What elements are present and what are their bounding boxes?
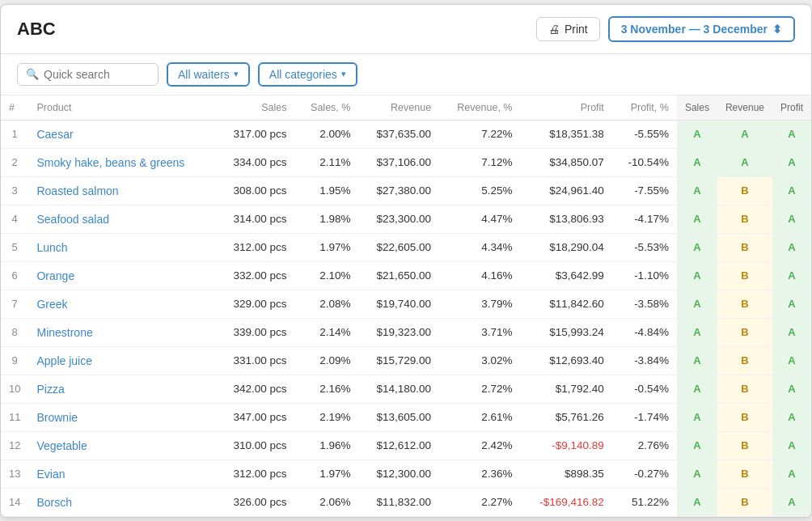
cell-grade-profit: A xyxy=(772,148,811,176)
cell-revenue: $12,300.00 xyxy=(358,460,439,488)
cell-revenue: $13,605.00 xyxy=(358,403,439,431)
cell-product[interactable]: Lunch xyxy=(28,233,215,261)
table-row: 6 Orange 332.00 pcs 2.10% $21,650.00 4.1… xyxy=(1,261,811,290)
cell-revenue: $23,300.00 xyxy=(358,205,439,233)
cell-sales: 342.00 pcs xyxy=(215,375,294,403)
cell-product[interactable]: Greek xyxy=(28,290,215,318)
cell-grade-revenue: A xyxy=(717,148,772,176)
cell-grade-sales: A xyxy=(677,375,717,403)
cell-sales-pct: 2.11% xyxy=(294,148,358,176)
cell-product[interactable]: Roasted salmon xyxy=(28,176,215,205)
cell-grade-profit: A xyxy=(772,318,811,346)
search-input[interactable] xyxy=(44,68,150,81)
cell-product[interactable]: Brownie xyxy=(28,403,215,431)
cell-profit-pct: -0.54% xyxy=(612,375,677,403)
cell-sales: 332.00 pcs xyxy=(215,261,294,290)
cell-sales: 312.00 pcs xyxy=(215,460,294,488)
cell-grade-revenue: B xyxy=(717,375,772,403)
cell-revenue: $11,832.00 xyxy=(358,488,439,516)
cell-product[interactable]: Smoky hake, beans & greens xyxy=(28,148,215,176)
cell-revenue: $22,605.00 xyxy=(358,233,439,261)
print-button[interactable]: 🖨 Print xyxy=(536,17,600,41)
col-grade-sales: Sales xyxy=(677,95,717,121)
cell-grade-sales: A xyxy=(677,233,717,261)
col-sales-pct: Sales, % xyxy=(294,95,358,121)
cell-profit-pct: -4.17% xyxy=(612,205,677,233)
cell-sales-pct: 1.95% xyxy=(294,176,358,205)
cell-profit: $3,642.99 xyxy=(520,261,611,290)
col-grade-revenue: Revenue xyxy=(717,95,772,121)
cell-num: 1 xyxy=(1,120,28,148)
cell-product[interactable]: Vegetable xyxy=(28,431,215,460)
header: ABC 🖨 Print 3 November — 3 December ⬍ xyxy=(1,5,811,54)
table-row: 9 Apple juice 331.00 pcs 2.09% $15,729.0… xyxy=(1,346,811,375)
cell-revenue: $15,729.00 xyxy=(358,346,439,375)
cell-grade-sales: A xyxy=(677,403,717,431)
cell-num: 14 xyxy=(1,488,28,516)
cell-revenue: $27,380.00 xyxy=(358,176,439,205)
cell-product[interactable]: Borsch xyxy=(28,488,215,516)
cell-sales: 329.00 pcs xyxy=(215,290,294,318)
cell-profit: $11,842.60 xyxy=(520,290,611,318)
cell-grade-profit: A xyxy=(772,346,811,375)
col-num: # xyxy=(1,95,28,121)
cell-product[interactable]: Orange xyxy=(28,261,215,290)
cell-profit-pct: -0.27% xyxy=(612,460,677,488)
cell-sales-pct: 1.97% xyxy=(294,460,358,488)
cell-profit: -$9,140.89 xyxy=(520,431,611,460)
cell-profit-pct: -10.54% xyxy=(612,148,677,176)
date-range-button[interactable]: 3 November — 3 December ⬍ xyxy=(608,16,795,42)
printer-icon: 🖨 xyxy=(548,23,560,36)
cell-revenue-pct: 2.36% xyxy=(439,460,520,488)
table-row: 11 Brownie 347.00 pcs 2.19% $13,605.00 2… xyxy=(1,403,811,431)
waiters-filter-button[interactable]: All waiters ▾ xyxy=(167,62,250,87)
cell-revenue: $19,740.00 xyxy=(358,290,439,318)
cell-product[interactable]: Caesar xyxy=(28,120,215,148)
cell-grade-revenue: B xyxy=(717,431,772,460)
cell-grade-revenue: B xyxy=(717,488,772,516)
table-row: 10 Pizza 342.00 pcs 2.16% $14,180.00 2.7… xyxy=(1,375,811,403)
cell-num: 3 xyxy=(1,176,28,205)
cell-grade-sales: A xyxy=(677,460,717,488)
cell-sales-pct: 1.97% xyxy=(294,233,358,261)
cell-num: 6 xyxy=(1,261,28,290)
cell-revenue-pct: 2.42% xyxy=(439,431,520,460)
cell-num: 5 xyxy=(1,233,28,261)
cell-grade-profit: A xyxy=(772,290,811,318)
cell-profit: $18,351.38 xyxy=(520,120,611,148)
cell-sales-pct: 2.08% xyxy=(294,290,358,318)
cell-profit-pct: -1.74% xyxy=(612,403,677,431)
cell-num: 8 xyxy=(1,318,28,346)
cell-product[interactable]: Evian xyxy=(28,460,215,488)
cell-profit: $18,290.04 xyxy=(520,233,611,261)
cell-product[interactable]: Apple juice xyxy=(28,346,215,375)
cell-grade-sales: A xyxy=(677,120,717,148)
cell-sales-pct: 1.98% xyxy=(294,205,358,233)
cell-grade-revenue: B xyxy=(717,346,772,375)
cell-product[interactable]: Pizza xyxy=(28,375,215,403)
cell-sales: 339.00 pcs xyxy=(215,318,294,346)
cell-grade-profit: A xyxy=(772,431,811,460)
cell-product[interactable]: Minestrone xyxy=(28,318,215,346)
cell-product[interactable]: Seafood salad xyxy=(28,205,215,233)
cell-profit: $34,850.07 xyxy=(520,148,611,176)
cell-profit-pct: 51.22% xyxy=(612,488,677,516)
table-row: 14 Borsch 326.00 pcs 2.06% $11,832.00 2.… xyxy=(1,488,811,516)
cell-profit-pct: -1.10% xyxy=(612,261,677,290)
print-label: Print xyxy=(565,23,588,36)
cell-grade-revenue: B xyxy=(717,460,772,488)
date-range-label: 3 November — 3 December xyxy=(621,23,768,36)
table-row: 12 Vegetable 310.00 pcs 1.96% $12,612.00… xyxy=(1,431,811,460)
categories-filter-button[interactable]: All categories ▾ xyxy=(258,62,357,87)
col-profit: Profit xyxy=(520,95,611,121)
cell-profit: $13,806.93 xyxy=(520,205,611,233)
cell-revenue-pct: 2.27% xyxy=(439,488,520,516)
chevron-down-icon: ⬍ xyxy=(772,23,782,36)
cell-sales-pct: 2.19% xyxy=(294,403,358,431)
cell-revenue-pct: 3.71% xyxy=(439,318,520,346)
cell-grade-profit: A xyxy=(772,233,811,261)
cell-revenue-pct: 7.12% xyxy=(439,148,520,176)
chevron-down-icon: ▾ xyxy=(341,69,346,79)
search-box[interactable]: 🔍 xyxy=(17,63,159,86)
cell-revenue: $19,323.00 xyxy=(358,318,439,346)
